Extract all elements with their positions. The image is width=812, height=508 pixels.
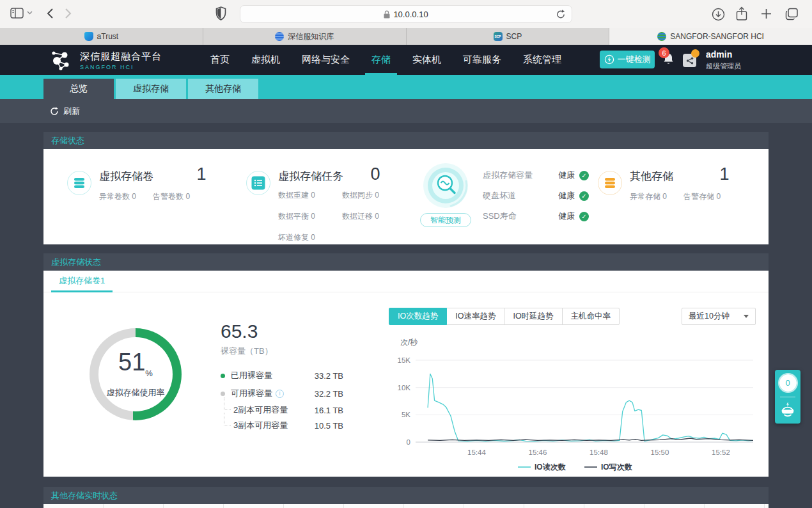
info-icon[interactable]: i — [276, 390, 284, 398]
user-role: 超级管理员 — [706, 61, 741, 71]
atrust-favicon — [84, 32, 93, 41]
scp-favicon: SCP — [494, 32, 503, 41]
smart-prediction-badge: 智能预测 — [420, 213, 471, 227]
assistant-robot-button[interactable] — [779, 401, 796, 418]
svg-text:5K: 5K — [402, 411, 410, 418]
nav-item-host[interactable]: 实体机 — [411, 45, 442, 75]
used-dot — [221, 374, 225, 378]
capacity-row-free: 可用裸容量 i 32.2 TB — [221, 385, 343, 402]
svg-text:15:46: 15:46 — [529, 448, 547, 456]
volume-stat: 告警卷数 0 — [153, 191, 190, 202]
raw-capacity-label: 裸容量（TB） — [221, 345, 343, 357]
health-checks: 虚拟存储容量 健康 ✓ 硬盘坏道 健康 ✓ SSD寿命 健康 ✓ — [483, 170, 589, 231]
io-chart-tabs: IO次数趋势 IO速率趋势 IO时延趋势 主机命中率 — [389, 308, 620, 325]
panel-title: 存储状态 — [43, 132, 769, 149]
sidebar-chevron-down-icon[interactable] — [27, 11, 33, 15]
downloads-icon[interactable] — [712, 8, 725, 21]
brand-subtitle: SANGFOR HCI — [80, 64, 162, 70]
svg-text:IO读次数: IO读次数 — [535, 463, 566, 472]
volume-count: 1 — [187, 164, 215, 184]
check-row: 虚拟存储容量 健康 ✓ — [483, 170, 589, 181]
svg-text:15K: 15K — [398, 356, 411, 364]
svg-text:次/秒: 次/秒 — [400, 338, 418, 347]
assistant-count-button[interactable]: 0 — [779, 374, 797, 392]
other-storage-title: 其他存储 — [630, 169, 673, 184]
chart-tab-hit-rate[interactable]: 主机命中率 — [562, 308, 620, 325]
task-stat: 数据迁移 0 — [342, 211, 406, 222]
volume-stat: 异常卷数 0 — [99, 191, 136, 202]
user-menu[interactable]: admin 超级管理员 — [706, 49, 741, 71]
time-range-select[interactable]: 最近10分钟 — [682, 308, 756, 325]
subnav-tab-other-storage[interactable]: 其他存储 — [188, 79, 258, 99]
knowledge-favicon — [275, 32, 284, 41]
subnav-tab-virtual-storage[interactable]: 虚拟存储 — [116, 79, 186, 99]
svg-text:15:50: 15:50 — [651, 448, 669, 456]
brand: 深信服超融合平台 SANGFOR HCI — [48, 47, 162, 73]
panel-title: 虚拟存储状态 — [43, 253, 769, 271]
assistant-widget: 0 — [775, 370, 800, 424]
one-click-check-button[interactable]: 一键检测 — [600, 51, 655, 68]
storage-tasks-icon — [246, 171, 270, 195]
svg-text:15:44: 15:44 — [467, 448, 486, 456]
forward-icon[interactable] — [65, 8, 72, 19]
share-icon[interactable] — [736, 6, 747, 21]
tab-label: SANGFOR-SANGFOR HCI — [670, 32, 764, 41]
url-bar[interactable]: 10.0.0.10 — [240, 5, 572, 23]
topology-share-button[interactable] — [683, 54, 696, 67]
storage-subnav: 总览 虚拟存储 其他存储 — [0, 75, 812, 99]
browser-tab-hci[interactable]: SANGFOR-SANGFOR HCI — [609, 28, 812, 45]
sangfor-logo-icon — [48, 47, 74, 73]
task-stat: 数据重建 0 — [278, 190, 342, 201]
panel-title: 其他存储实时状态 — [43, 487, 769, 504]
refresh-icon — [50, 107, 59, 116]
tasks-count: 0 — [361, 164, 389, 184]
task-stat: 数据平衡 0 — [278, 211, 342, 222]
capacity-row-used: 已用裸容量 33.2 TB — [221, 367, 343, 385]
nav-item-home[interactable]: 首页 — [209, 45, 231, 75]
app-navbar: 深信服超融合平台 SANGFOR HCI 首页 虚拟机 网络与安全 存储 实体机… — [0, 45, 812, 75]
share-nodes-icon — [686, 57, 694, 65]
notification-badge: 6 — [659, 47, 669, 58]
tab-overview-icon[interactable] — [785, 8, 799, 20]
capacity-summary: 65.3 裸容量（TB） 已用裸容量 33.2 TB 可用裸容量 i 32.2 … — [221, 321, 343, 433]
sidebar-toggle-icon[interactable] — [10, 8, 24, 19]
page-content: 存储状态 虚拟存储卷 1 异常卷数 0 告警卷数 0 虚拟存储任务 0 数据重建… — [0, 123, 812, 508]
back-icon[interactable] — [47, 8, 54, 19]
privacy-shield-icon[interactable] — [215, 6, 226, 20]
raw-capacity-total: 65.3 — [221, 321, 343, 342]
capacity-row-2replica: 2副本可用容量 16.1 TB — [221, 402, 343, 418]
chart-tab-io-count[interactable]: IO次数趋势 — [389, 308, 447, 325]
browser-tabstrip: aTrust 深信服知识库 SCP SCP SANGFOR-SANGFOR HC… — [0, 28, 812, 45]
svg-text:15:52: 15:52 — [712, 448, 730, 456]
nav-item-reliability[interactable]: 可靠服务 — [462, 45, 503, 75]
nav-item-vm[interactable]: 虚拟机 — [250, 45, 281, 75]
other-storage-icon — [598, 171, 622, 195]
brand-title: 深信服超融合平台 — [80, 51, 162, 63]
browser-tab-atrust[interactable]: aTrust — [0, 28, 203, 45]
tab-label: 深信服知识库 — [288, 31, 334, 42]
check-bolt-icon — [604, 54, 614, 65]
other-storage-count: 1 — [710, 164, 738, 184]
volume-title: 虚拟存储卷 — [99, 169, 153, 184]
volume-tab[interactable]: 虚拟存储卷1 — [51, 271, 113, 292]
nav-item-network[interactable]: 网络与安全 — [301, 45, 351, 75]
health-check-icon: ✓ — [579, 212, 589, 221]
robot-icon — [779, 401, 796, 418]
notifications-bell[interactable]: 6 — [662, 52, 676, 67]
subnav-tab-overview[interactable]: 总览 — [43, 79, 114, 99]
reload-icon[interactable] — [556, 9, 566, 20]
chevron-down-icon — [744, 315, 749, 318]
browser-tab-knowledge[interactable]: 深信服知识库 — [203, 28, 407, 45]
svg-text:10K: 10K — [398, 384, 411, 392]
browser-tab-scp[interactable]: SCP SCP — [407, 28, 610, 45]
chart-tab-io-rate[interactable]: IO速率趋势 — [446, 308, 504, 325]
nav-item-system[interactable]: 系统管理 — [522, 45, 563, 75]
refresh-button[interactable]: 刷新 — [50, 106, 80, 117]
nav-item-storage[interactable]: 存储 — [370, 45, 392, 75]
io-trend-chart: 次/秒05K10K15K15:4415:4615:4815:5015:52IO读… — [386, 335, 758, 475]
other-storage-realtime-panel: 其他存储实时状态 — [43, 487, 769, 508]
chart-tab-io-latency[interactable]: IO时延趋势 — [504, 308, 562, 325]
new-tab-icon[interactable] — [760, 8, 772, 20]
assistant-divider — [780, 397, 795, 397]
health-check-icon: ✓ — [579, 191, 589, 201]
